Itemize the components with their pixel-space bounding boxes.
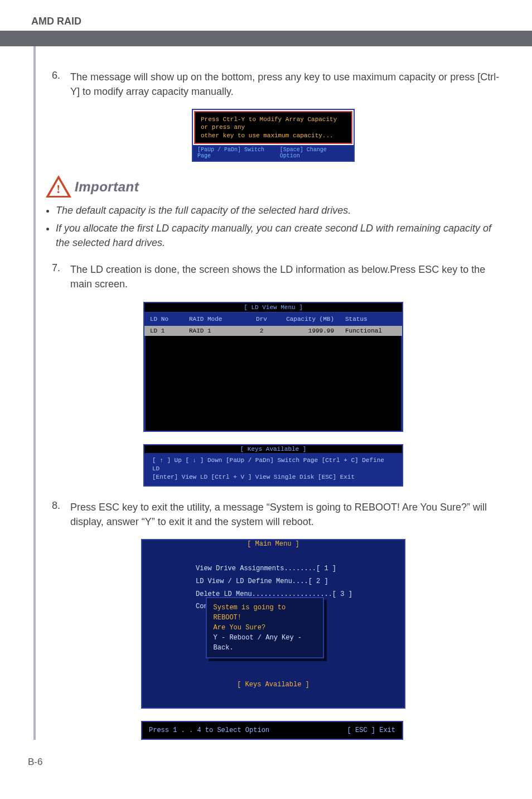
ld-empty-body bbox=[144, 336, 402, 431]
bullet-2: If you allocate the first LD capacity ma… bbox=[56, 221, 501, 250]
message-line2: other key to use maximum capacity... bbox=[201, 132, 346, 139]
col-drv: Drv bbox=[245, 316, 278, 323]
content-area: 6. The message will show up on the botto… bbox=[33, 46, 501, 740]
capacity-message-screenshot: Press Ctrl-Y to Modify Array Capacity or… bbox=[192, 109, 355, 162]
step-8: 8. Press ESC key to exit the utility, a … bbox=[46, 500, 501, 529]
keys-available-body: [ ↑ ] Up [ ↓ ] Down [PaUp / PaDn] Switch… bbox=[144, 453, 402, 485]
step-6: 6. The message will show up on the botto… bbox=[46, 70, 501, 99]
ld-table-row: LD 1 RAID 1 2 1999.99 Functional bbox=[144, 326, 402, 336]
ld-view-menu-screenshot: [ LD View Menu ] LD No RAID Mode Drv Cap… bbox=[143, 302, 403, 487]
cell-raid-mode: RAID 1 bbox=[189, 328, 245, 334]
keys-available-panel: [ Keys Available ] [ ↑ ] Up [ ↓ ] Down [… bbox=[143, 444, 403, 487]
bullet-1: The default capacity is the full capacit… bbox=[56, 203, 501, 218]
step-7: 7. The LD creation is done, the screen s… bbox=[46, 262, 501, 291]
col-status: Status bbox=[345, 316, 395, 323]
col-capacity: Capacity (MB) bbox=[278, 316, 345, 323]
nav-left: [PaUp / PaDn] Switch Page bbox=[197, 147, 280, 159]
important-heading: ! Important bbox=[46, 174, 501, 200]
step-text: The LD creation is done, the screen show… bbox=[70, 262, 501, 291]
ld-table-header: LD No RAID Mode Drv Capacity (MB) Status bbox=[144, 312, 402, 326]
col-ldno: LD No bbox=[150, 316, 189, 323]
main-menu-screenshot: [ Main Menu ] View Drive Assignments....… bbox=[141, 539, 405, 740]
step-number: 8. bbox=[46, 500, 60, 512]
dialog-line1: System is going to REBOOT! bbox=[214, 603, 316, 623]
message-line1: Press Ctrl-Y to Modify Array Capacity or… bbox=[201, 115, 346, 132]
cell-ldno: LD 1 bbox=[150, 328, 189, 334]
main-menu-footer: Press 1 . . 4 to Select Option [ ESC ] E… bbox=[141, 721, 403, 740]
nav-right: [Space] Change Option bbox=[280, 147, 349, 159]
main-menu-body: [ Main Menu ] View Drive Assignments....… bbox=[142, 540, 404, 707]
step-text: Press ESC key to exit the utility, a mes… bbox=[70, 500, 501, 529]
step-number: 6. bbox=[46, 70, 60, 81]
dialog-line3: Y - Reboot / Any Key - Back. bbox=[214, 633, 316, 653]
footer-left: Press 1 . . 4 to Select Option bbox=[149, 726, 269, 734]
cell-capacity: 1999.99 bbox=[278, 328, 345, 334]
reboot-dialog: System is going to REBOOT! Are You Sure?… bbox=[206, 597, 324, 658]
menu-item-1: View Drive Assignments........[ 1 ] bbox=[196, 562, 404, 575]
keys-available-title: [ Keys Available ] bbox=[144, 445, 402, 453]
message-box: Press Ctrl-Y to Modify Array Capacity or… bbox=[194, 111, 352, 144]
step-number: 7. bbox=[46, 262, 60, 274]
menu-item-2: LD View / LD Define Menu....[ 2 ] bbox=[196, 575, 404, 588]
section-title: AMD RAID bbox=[31, 16, 501, 27]
cell-drv: 2 bbox=[245, 328, 278, 334]
ld-view-titlebar: [ LD View Menu ] bbox=[144, 303, 402, 312]
footer-right: [ ESC ] Exit bbox=[347, 726, 395, 734]
dialog-line2: Are You Sure? bbox=[214, 623, 316, 633]
important-bullets: The default capacity is the full capacit… bbox=[56, 203, 501, 250]
cell-status: Functional bbox=[345, 328, 395, 334]
page-number: B-6 bbox=[28, 757, 501, 768]
step-text: The message will show up on the bottom, … bbox=[70, 70, 501, 99]
main-menu-title: [ Main Menu ] bbox=[142, 540, 404, 548]
col-raid-mode: RAID Mode bbox=[189, 316, 245, 323]
keys-line1: [ ↑ ] Up [ ↓ ] Down [PaUp / PaDn] Switch… bbox=[152, 456, 394, 474]
nav-strip: [PaUp / PaDn] Switch Page [Space] Change… bbox=[193, 145, 354, 161]
main-menu-list: View Drive Assignments........[ 1 ] LD V… bbox=[196, 562, 404, 658]
important-label: Important bbox=[75, 179, 139, 195]
keys-line2: [Enter] View LD [Ctrl + V ] View Single … bbox=[152, 473, 394, 482]
header-band bbox=[0, 31, 532, 46]
warning-icon: ! bbox=[46, 174, 71, 200]
keys-available-title: [ Keys Available ] bbox=[142, 681, 404, 689]
